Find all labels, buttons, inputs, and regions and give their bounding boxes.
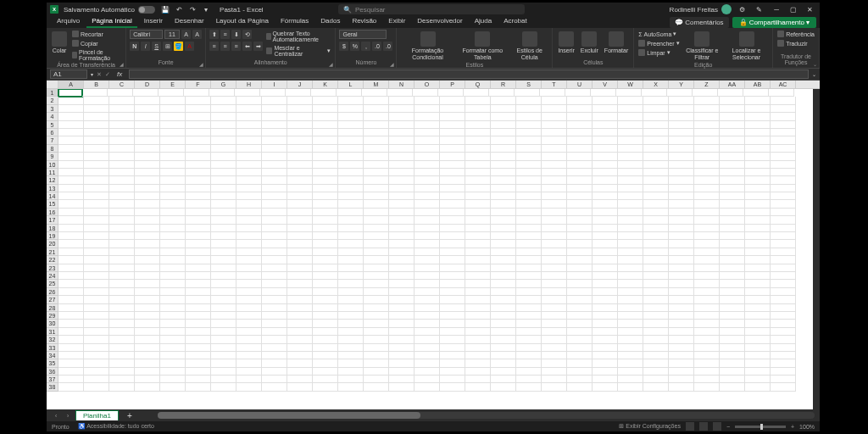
cell[interactable] xyxy=(643,169,669,176)
cell[interactable] xyxy=(160,336,186,343)
cell[interactable] xyxy=(720,136,745,144)
cell[interactable] xyxy=(389,288,415,296)
cell[interactable] xyxy=(389,232,415,240)
cell[interactable] xyxy=(464,89,489,97)
cell[interactable] xyxy=(389,113,415,120)
cell[interactable] xyxy=(415,376,440,383)
cell[interactable] xyxy=(415,248,440,256)
cell[interactable] xyxy=(211,153,236,160)
cell[interactable] xyxy=(567,280,593,287)
column-header[interactable]: M xyxy=(364,81,389,88)
cell[interactable] xyxy=(771,216,796,224)
cell[interactable] xyxy=(109,312,135,320)
cell[interactable] xyxy=(440,352,465,359)
cell[interactable] xyxy=(440,209,465,216)
row-header[interactable]: 24 xyxy=(47,272,58,280)
cell[interactable] xyxy=(135,312,160,320)
fill-color-button[interactable]: 🪣 xyxy=(174,42,183,51)
cell[interactable] xyxy=(186,216,211,224)
cell[interactable] xyxy=(364,192,389,200)
cell[interactable] xyxy=(542,136,567,144)
cell[interactable] xyxy=(109,320,135,327)
cell[interactable] xyxy=(542,296,567,303)
cell[interactable] xyxy=(593,368,618,376)
row-header[interactable]: 26 xyxy=(47,288,58,296)
cell[interactable] xyxy=(491,280,516,287)
cell[interactable] xyxy=(58,304,84,312)
row-header[interactable]: 11 xyxy=(47,169,58,176)
cell[interactable] xyxy=(58,97,84,104)
cell[interactable] xyxy=(415,240,440,248)
cell[interactable] xyxy=(567,200,593,208)
orientation-button[interactable]: ⟲ xyxy=(242,30,252,39)
cell[interactable] xyxy=(58,359,84,367)
name-box-dropdown-icon[interactable]: ▾ xyxy=(91,71,93,77)
cell[interactable] xyxy=(135,256,160,264)
cell[interactable] xyxy=(338,288,364,296)
cell[interactable] xyxy=(745,336,771,343)
cell[interactable] xyxy=(643,145,669,153)
cell[interactable] xyxy=(516,240,542,248)
cell[interactable] xyxy=(84,200,109,208)
cell[interactable] xyxy=(135,153,160,160)
cell[interactable] xyxy=(440,328,465,336)
decrease-font-button[interactable]: A xyxy=(192,30,202,39)
cell[interactable] xyxy=(287,232,313,240)
row-header[interactable]: 38 xyxy=(47,383,58,391)
cell[interactable] xyxy=(84,264,109,272)
cell[interactable] xyxy=(84,209,109,216)
cell[interactable] xyxy=(669,145,694,153)
cell[interactable] xyxy=(669,344,694,352)
cell[interactable] xyxy=(438,89,464,97)
cell[interactable] xyxy=(491,383,516,391)
cell[interactable] xyxy=(643,359,669,367)
cell[interactable] xyxy=(109,185,135,192)
cell[interactable] xyxy=(415,136,440,144)
cell[interactable] xyxy=(135,352,160,359)
cell[interactable] xyxy=(415,192,440,200)
cell[interactable] xyxy=(338,192,364,200)
cell[interactable] xyxy=(694,312,720,320)
cell[interactable] xyxy=(313,232,338,240)
cell[interactable] xyxy=(465,192,491,200)
cell[interactable] xyxy=(287,121,313,129)
cell[interactable] xyxy=(465,113,491,120)
cell[interactable] xyxy=(364,113,389,120)
row-header[interactable]: 5 xyxy=(47,121,58,129)
cell[interactable] xyxy=(287,368,313,376)
cell[interactable] xyxy=(109,225,135,232)
cell[interactable] xyxy=(135,328,160,336)
cell[interactable] xyxy=(593,176,618,184)
tab-ajuda[interactable]: Ajuda xyxy=(470,15,497,28)
cell[interactable] xyxy=(211,105,236,113)
cell[interactable] xyxy=(236,368,262,376)
cell[interactable] xyxy=(364,359,389,367)
cell[interactable] xyxy=(211,359,236,367)
column-header[interactable]: J xyxy=(287,81,313,88)
cell[interactable] xyxy=(313,344,338,352)
cell[interactable] xyxy=(211,145,236,153)
cell[interactable] xyxy=(745,280,771,287)
cell[interactable] xyxy=(440,376,465,383)
cell[interactable] xyxy=(542,352,567,359)
cell[interactable] xyxy=(491,176,516,184)
cell[interactable] xyxy=(542,129,567,136)
cell[interactable] xyxy=(260,89,286,97)
cell[interactable] xyxy=(160,264,186,272)
cell[interactable] xyxy=(313,105,338,113)
cell[interactable] xyxy=(84,344,109,352)
cell[interactable] xyxy=(542,153,567,160)
cell[interactable] xyxy=(135,232,160,240)
cell[interactable] xyxy=(186,296,211,303)
column-header[interactable]: K xyxy=(313,81,338,88)
cell[interactable] xyxy=(593,209,618,216)
cell[interactable] xyxy=(593,288,618,296)
cell[interactable] xyxy=(542,359,567,367)
cell[interactable] xyxy=(135,383,160,391)
cell[interactable] xyxy=(415,200,440,208)
cell[interactable] xyxy=(84,304,109,312)
cell[interactable] xyxy=(287,225,313,232)
cell[interactable] xyxy=(440,232,465,240)
cell[interactable] xyxy=(643,296,669,303)
cell[interactable] xyxy=(160,304,186,312)
